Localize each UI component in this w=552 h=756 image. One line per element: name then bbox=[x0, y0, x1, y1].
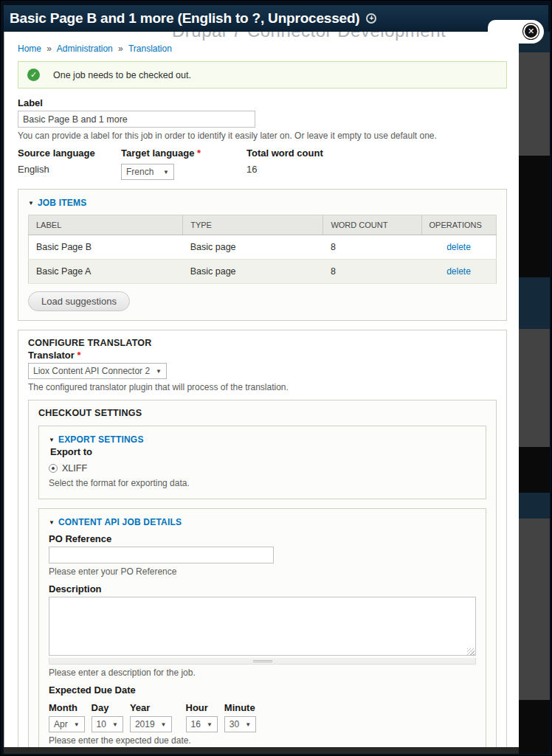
translator-description: The configured translator plugin that wi… bbox=[28, 382, 497, 392]
export-settings-description: Select the format for exporting data. bbox=[49, 478, 476, 488]
label-field-description: You can provide a label for this job in … bbox=[18, 131, 507, 141]
po-reference-description: Please enter your PO Reference bbox=[49, 566, 476, 577]
close-tab: ✕ bbox=[488, 20, 544, 44]
target-language-label: Target language bbox=[121, 148, 194, 159]
background-bottom-strip bbox=[4, 747, 519, 754]
breadcrumb-administration-link[interactable]: Administration bbox=[57, 44, 113, 54]
job-items-fieldset: ▼JOB ITEMS LABEL TYPE WORD COUNT OPERATI… bbox=[18, 189, 507, 321]
column-header-label: LABEL bbox=[29, 215, 183, 235]
target-language-select[interactable]: French ▼ bbox=[121, 164, 174, 180]
description-label: Description bbox=[49, 583, 476, 594]
label-field-label: Label bbox=[18, 97, 507, 108]
job-item-type: Basic page bbox=[183, 260, 323, 284]
content-api-fieldset: ▼CONTENT API JOB DETAILS PO Reference Pl… bbox=[38, 508, 486, 747]
hour-label: Hour bbox=[186, 702, 218, 713]
due-date-label: Expected Due Date bbox=[49, 684, 476, 696]
po-reference-input[interactable] bbox=[49, 547, 274, 563]
content-api-legend[interactable]: ▼CONTENT API JOB DETAILS bbox=[49, 516, 476, 527]
configure-translator-legend: CONFIGURE TRANSLATOR bbox=[28, 338, 497, 348]
column-header-operations: OPERATIONS bbox=[421, 215, 496, 235]
breadcrumb-home-link[interactable]: Home bbox=[18, 44, 41, 54]
day-select[interactable]: 10▼ bbox=[92, 716, 123, 732]
checkout-dialog: Home » Administration » Translation ✓ On… bbox=[4, 32, 519, 747]
description-textarea[interactable] bbox=[49, 597, 476, 656]
column-header-type: TYPE bbox=[183, 215, 323, 235]
language-summary-row: Source language English Target language … bbox=[18, 148, 507, 180]
word-count-label: Total word count bbox=[246, 148, 507, 159]
day-label: Day bbox=[92, 702, 123, 713]
translator-select[interactable]: Liox Content API Connector 2 ▼ bbox=[28, 363, 167, 379]
description-group: Description Please enter a description f… bbox=[49, 583, 476, 678]
source-language-value: English bbox=[18, 164, 121, 175]
close-icon[interactable]: ✕ bbox=[523, 24, 539, 39]
minute-label: Minute bbox=[224, 702, 256, 713]
label-input[interactable] bbox=[18, 111, 255, 128]
month-label: Month bbox=[49, 702, 85, 713]
job-item-label: Basic Page B bbox=[29, 235, 183, 260]
hour-select[interactable]: 16▼ bbox=[186, 716, 218, 732]
textarea-grippie[interactable] bbox=[49, 658, 476, 665]
job-items-table: LABEL TYPE WORD COUNT OPERATIONS Basic P… bbox=[28, 215, 497, 284]
chevron-down-icon: ▼ bbox=[245, 721, 251, 728]
chevron-down-icon: ▼ bbox=[112, 721, 118, 728]
job-item-type: Basic page bbox=[183, 235, 323, 260]
collapse-arrow-icon: ▼ bbox=[49, 519, 55, 526]
resize-handle-icon bbox=[467, 648, 475, 656]
chevron-down-icon: ▼ bbox=[74, 721, 80, 728]
translator-value: Liox Content API Connector 2 bbox=[33, 366, 150, 376]
breadcrumb-separator: » bbox=[118, 44, 123, 54]
breadcrumb-translation-link[interactable]: Translation bbox=[128, 44, 172, 54]
status-message: ✓ One job needs to be checked out. bbox=[18, 61, 507, 89]
label-field-group: Label You can provide a label for this j… bbox=[18, 97, 507, 141]
word-count-column: Total word count 16 bbox=[246, 148, 507, 180]
configure-translator-fieldset: CONFIGURE TRANSLATOR Translator * Liox C… bbox=[18, 330, 507, 747]
collapse-arrow-icon: ▼ bbox=[28, 200, 34, 207]
dialog-title: Basic Page B and 1 more (English to ?, U… bbox=[10, 10, 359, 27]
source-language-column: Source language English bbox=[18, 148, 121, 180]
delete-job-item-link[interactable]: delete bbox=[446, 242, 471, 252]
chevron-down-icon: ▼ bbox=[161, 721, 167, 728]
translator-label: Translator bbox=[28, 350, 75, 361]
month-select[interactable]: Apr▼ bbox=[49, 716, 85, 732]
job-items-legend[interactable]: ▼JOB ITEMS bbox=[28, 197, 497, 208]
minute-select[interactable]: 30▼ bbox=[224, 716, 256, 732]
xliff-option-label: XLIFF bbox=[62, 463, 87, 474]
export-to-label: Export to bbox=[50, 446, 476, 457]
target-language-value: French bbox=[126, 167, 153, 177]
breadcrumb-separator: » bbox=[46, 44, 52, 54]
required-marker: * bbox=[77, 350, 80, 361]
checkout-settings-legend: CHECKOUT SETTINGS bbox=[38, 408, 486, 418]
due-date-group: Expected Due Date Month Apr▼ Day 10▼ bbox=[49, 684, 476, 746]
chevron-down-icon: ▼ bbox=[163, 169, 169, 176]
table-row: Basic Page A Basic page 8 delete bbox=[29, 260, 497, 284]
table-row: Basic Page B Basic page 8 delete bbox=[29, 235, 497, 260]
export-settings-legend[interactable]: ▼EXPORT SETTINGS bbox=[49, 434, 476, 445]
delete-job-item-link[interactable]: delete bbox=[446, 266, 471, 277]
year-select[interactable]: 2019▼ bbox=[130, 716, 172, 732]
xliff-radio[interactable] bbox=[49, 464, 58, 473]
circled-plus-icon[interactable]: + bbox=[366, 13, 376, 24]
chevron-down-icon: ▼ bbox=[207, 721, 213, 728]
job-item-label: Basic Page A bbox=[29, 260, 183, 284]
job-item-word-count: 8 bbox=[323, 235, 421, 260]
chevron-down-icon: ▼ bbox=[156, 368, 162, 375]
collapse-arrow-icon: ▼ bbox=[49, 437, 55, 443]
export-settings-fieldset: ▼EXPORT SETTINGS Export to XLIFF Select … bbox=[38, 426, 486, 499]
dialog-titlebar: Basic Page B and 1 more (English to ?, U… bbox=[4, 5, 548, 32]
description-description: Please enter a description for the job. bbox=[49, 667, 476, 678]
due-date-description: Please enter the expected due date. bbox=[49, 735, 476, 746]
screenshot-frame: Drupal 7 Connector Development Basic Pag… bbox=[0, 0, 552, 756]
column-header-word-count: WORD COUNT bbox=[323, 215, 421, 235]
po-reference-group: PO Reference Please enter your PO Refere… bbox=[49, 533, 476, 577]
po-reference-label: PO Reference bbox=[49, 533, 476, 544]
year-label: Year bbox=[130, 702, 172, 713]
required-marker: * bbox=[197, 148, 201, 159]
source-language-label: Source language bbox=[18, 148, 121, 159]
load-suggestions-button[interactable]: Load suggestions bbox=[28, 291, 130, 311]
breadcrumb: Home » Administration » Translation bbox=[18, 44, 507, 54]
job-item-word-count: 8 bbox=[323, 260, 421, 284]
target-language-column: Target language * French ▼ bbox=[121, 148, 246, 180]
check-icon: ✓ bbox=[27, 69, 40, 81]
background-page-strip bbox=[519, 32, 550, 754]
checkout-settings-fieldset: CHECKOUT SETTINGS ▼EXPORT SETTINGS Expor… bbox=[28, 400, 497, 747]
